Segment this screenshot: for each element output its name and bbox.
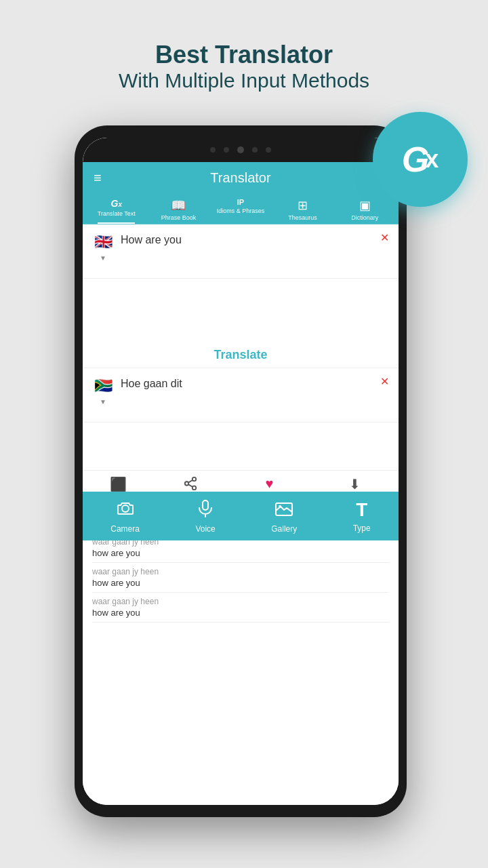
google-translate-badge: G x: [373, 112, 468, 207]
badge-x-letter: x: [425, 145, 439, 174]
app-content: ≡ Translator Gx Translate Text 📖 Phrase …: [83, 162, 399, 805]
svg-point-5: [192, 477, 197, 481]
header-subtitle: With Multiple Input Methods: [14, 69, 474, 92]
svg-line-9: [188, 480, 192, 483]
tab-thesaurus-label: Thesaurus: [288, 214, 317, 221]
svg-rect-1: [203, 500, 208, 510]
translate-button[interactable]: Translate: [214, 348, 267, 361]
svg-point-4: [279, 505, 281, 508]
notch-camera: [237, 146, 244, 153]
type-input[interactable]: T Type: [353, 499, 371, 533]
recent-item-3[interactable]: waar gaan jy heen how are you: [92, 593, 389, 623]
output-flag-container[interactable]: 🇿🇦 ▼: [92, 375, 114, 406]
download-icon: ⬇: [349, 476, 361, 492]
input-flag: 🇬🇧: [92, 231, 114, 253]
recent-translation-3: waar gaan jy heen: [92, 597, 389, 606]
notch-dot-1: [210, 147, 216, 153]
tab-phrase-book-label: Phrase Book: [161, 214, 197, 221]
recent-original-2: how are you: [92, 578, 389, 588]
type-icon: T: [356, 499, 367, 521]
svg-point-6: [185, 481, 189, 486]
phone-body: ≡ Translator Gx Translate Text 📖 Phrase …: [75, 125, 407, 817]
menu-icon[interactable]: ≡: [94, 170, 102, 186]
phrase-book-icon: 📖: [171, 198, 186, 213]
camera-label: Camera: [110, 524, 140, 534]
copy-icon: ⬛: [110, 476, 127, 492]
dictionary-icon: ▣: [359, 198, 371, 213]
recent-translation-2: waar gaan jy heen: [92, 567, 389, 576]
gallery-input[interactable]: Gallery: [271, 498, 297, 534]
input-clear-button[interactable]: ✕: [380, 231, 389, 244]
tab-idioms-label: Idioms & Phrases: [217, 208, 265, 214]
svg-point-7: [192, 486, 197, 490]
recent-original-3: how are you: [92, 608, 389, 618]
voice-input[interactable]: Voice: [195, 498, 215, 534]
input-lang-chevron: ▼: [100, 254, 106, 262]
gallery-label: Gallery: [271, 524, 297, 534]
tab-thesaurus[interactable]: ⊞ Thesaurus: [272, 194, 334, 224]
phone-screen: ≡ Translator Gx Translate Text 📖 Phrase …: [83, 138, 399, 805]
idioms-icon: IP: [237, 198, 244, 206]
input-section: 🇬🇧 ▼ How are you ✕: [83, 224, 399, 279]
header-section: Best Translator With Multiple Input Meth…: [0, 0, 488, 113]
output-flag: 🇿🇦: [92, 375, 114, 397]
output-section: 🇿🇦 ▼ Hoe gaan dit ✕: [83, 368, 399, 422]
phone-notch: [83, 138, 399, 162]
tab-translate-text-label: Translate Text: [98, 210, 136, 217]
thesaurus-icon: ⊞: [298, 198, 308, 213]
notch-dot-4: [266, 147, 271, 153]
translate-section: Translate: [83, 342, 399, 368]
gallery-icon: [274, 498, 293, 521]
output-clear-button[interactable]: ✕: [380, 375, 389, 388]
svg-point-0: [122, 505, 129, 512]
tab-translate-text[interactable]: Gx Translate Text: [85, 194, 148, 224]
translate-text-icon: Gx: [111, 198, 122, 209]
camera-input[interactable]: Camera: [110, 498, 140, 534]
voice-icon: [196, 498, 215, 521]
voice-label: Voice: [195, 524, 215, 534]
notch-dot-2: [224, 147, 229, 153]
type-label: Type: [353, 524, 371, 533]
heart-icon: ♥: [266, 476, 274, 492]
tab-dictionary[interactable]: ▣ Dictionary: [333, 194, 396, 224]
svg-line-8: [188, 484, 192, 487]
tab-idioms[interactable]: IP Idioms & Phrases: [209, 194, 272, 224]
header-title: Best Translator: [14, 41, 474, 69]
phone-mockup: ≡ Translator Gx Translate Text 📖 Phrase …: [75, 125, 407, 817]
tab-phrase-book[interactable]: 📖 Phrase Book: [148, 194, 210, 224]
camera-icon: [116, 498, 135, 521]
input-lang-row: 🇬🇧 ▼ How are you ✕: [92, 231, 389, 262]
app-topbar: ≡ Translator: [83, 162, 399, 194]
recent-item-2[interactable]: waar gaan jy heen how are you: [92, 563, 389, 593]
notch-dot-3: [252, 147, 258, 153]
tab-dictionary-label: Dictionary: [351, 214, 378, 221]
input-text[interactable]: How are you: [121, 231, 373, 246]
badge-inner: G x: [402, 142, 439, 177]
output-text: Hoe gaan dit: [121, 375, 373, 390]
input-flag-container[interactable]: 🇬🇧 ▼: [92, 231, 114, 262]
app-tabs: Gx Translate Text 📖 Phrase Book IP Idiom…: [83, 194, 399, 224]
output-lang-chevron: ▼: [100, 398, 106, 406]
recent-original-1: how are you: [92, 548, 389, 558]
input-methods-bar: Camera Voice: [83, 492, 399, 540]
output-lang-row: 🇿🇦 ▼ Hoe gaan dit ✕: [92, 375, 389, 406]
app-title: Translator: [210, 170, 270, 186]
